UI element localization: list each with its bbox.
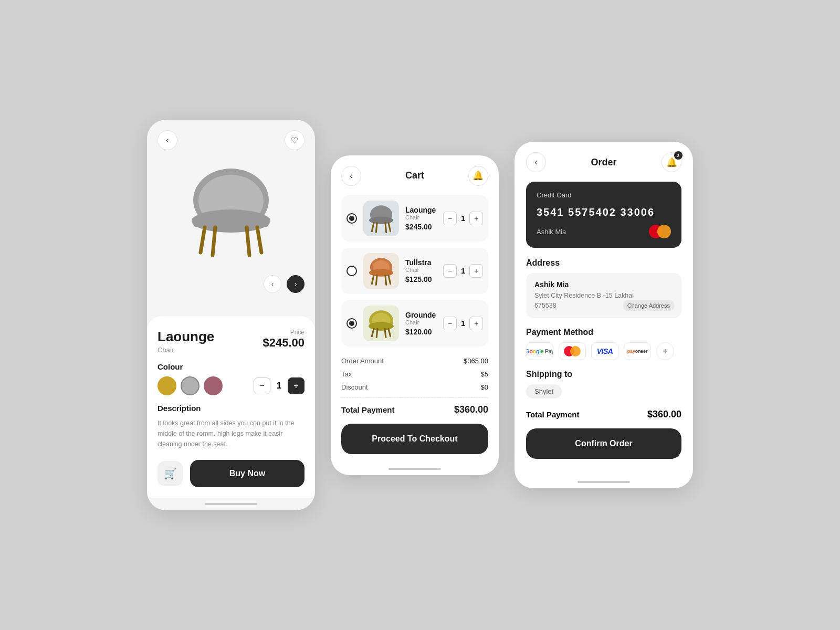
- svg-line-11: [388, 223, 391, 231]
- back-button[interactable]: ‹: [158, 130, 177, 150]
- cart-item-radio-2[interactable]: [346, 266, 357, 276]
- svg-line-7: [247, 227, 249, 255]
- cart-item-increase-2[interactable]: +: [469, 264, 483, 278]
- cart-item-increase-3[interactable]: +: [469, 317, 483, 330]
- cart-item-name-1: Laounge: [405, 206, 437, 214]
- colour-rose[interactable]: [204, 376, 223, 395]
- cart-notification-button[interactable]: 🔔: [468, 166, 488, 186]
- order-amount-label: Order Amount: [341, 357, 384, 365]
- svg-point-9: [369, 216, 393, 224]
- wishlist-button[interactable]: ♡: [285, 130, 304, 150]
- cart-item-thumb-1: [363, 201, 399, 236]
- cart-item-thumb-3: [363, 306, 399, 341]
- qty-decrease[interactable]: −: [254, 377, 270, 394]
- cart-back-button[interactable]: ‹: [341, 166, 361, 186]
- address-line1: Sylet City Residence B -15 Lakhai: [534, 291, 673, 301]
- tax-value: $5: [481, 370, 488, 378]
- qty-value: 1: [277, 381, 281, 391]
- cart-item-type-2: Chair: [405, 267, 437, 273]
- order-total-row: Total Payment $360.00: [526, 409, 681, 420]
- prev-arrow[interactable]: ‹: [264, 275, 281, 293]
- add-to-cart-button[interactable]: 🛒: [158, 461, 183, 486]
- order-screen: ‹ Order 🔔 2 Credit Card 3541 5575402 330…: [514, 142, 693, 488]
- cart-item-info-2: Tullstra Chair $125.00: [405, 258, 437, 284]
- notification-button[interactable]: 🔔 2: [662, 152, 681, 172]
- cart-chair-1: [365, 203, 397, 234]
- card-type: Credit Card: [537, 191, 671, 199]
- cart-item-qty-val-1: 1: [461, 214, 465, 223]
- credit-card: Credit Card 3541 5575402 33006 Ashik Mia: [526, 182, 681, 248]
- product-type: Chair: [158, 346, 214, 354]
- mastercard-method[interactable]: [559, 342, 586, 360]
- payment-methods: Google Pay VISA payoneer +: [526, 342, 681, 360]
- cart-title: Cart: [405, 170, 424, 181]
- cart-total-value: $360.00: [454, 404, 488, 415]
- cart-summary: Order Amount $365.00 Tax $5 Discount $0 …: [341, 346, 488, 424]
- home-indicator: [147, 498, 315, 510]
- price-value: $245.00: [262, 336, 304, 350]
- checkout-button[interactable]: Proceed To Checkout: [341, 424, 488, 454]
- chair-illustration-1: [178, 163, 284, 263]
- cart-item-name-3: Grounde: [405, 311, 437, 319]
- cart-item-price-3: $120.00: [405, 328, 437, 336]
- order-header: ‹ Order 🔔 2: [526, 152, 681, 172]
- cart-item-type-3: Chair: [405, 319, 437, 326]
- cart-chair-2: [365, 255, 397, 287]
- home-indicator-2: [331, 463, 499, 475]
- payoneer-method[interactable]: payoneer: [624, 342, 651, 360]
- svg-point-16: [369, 269, 393, 276]
- colour-options: [158, 376, 223, 395]
- cart-item-qty-val-3: 1: [461, 319, 465, 328]
- cart-item-decrease-2[interactable]: −: [443, 264, 457, 278]
- change-address-button[interactable]: Change Address: [623, 300, 674, 311]
- cart-item-increase-1[interactable]: +: [469, 212, 483, 225]
- cart-item-decrease-1[interactable]: −: [443, 212, 457, 225]
- product-info-section: Laounge Chair Price $245.00 Colour: [147, 316, 315, 498]
- shipping-tags: Shylet: [526, 384, 681, 398]
- cart-item-qty-2: − 1 +: [443, 264, 483, 278]
- gpay-method[interactable]: Google Pay: [526, 342, 553, 360]
- cart-item-type-1: Chair: [405, 214, 437, 220]
- cart-item-radio-3[interactable]: [346, 318, 357, 329]
- card-number: 3541 5575402 33006: [537, 206, 671, 218]
- address-section-title: Address: [526, 258, 681, 268]
- order-total-value: $360.00: [647, 409, 681, 420]
- cart-screen: ‹ Cart 🔔: [331, 155, 499, 475]
- cart-item-price-2: $125.00: [405, 275, 437, 284]
- colour-gold[interactable]: [158, 376, 176, 395]
- qty-increase[interactable]: +: [288, 377, 304, 394]
- colour-gray[interactable]: [181, 376, 200, 395]
- order-total-label: Total Payment: [526, 410, 579, 419]
- cart-chair-3: [365, 308, 397, 339]
- cart-item-qty-1: − 1 +: [443, 212, 483, 225]
- svg-line-13: [385, 223, 386, 232]
- home-indicator-3: [514, 476, 693, 488]
- svg-line-6: [213, 227, 215, 255]
- svg-line-4: [201, 227, 205, 253]
- product-detail-screen: ‹ ♡ ‹: [147, 120, 315, 510]
- visa-method[interactable]: VISA: [591, 342, 618, 360]
- discount-value: $0: [481, 383, 488, 391]
- cart-item-radio-1[interactable]: [346, 213, 357, 224]
- address-box: Ashik Mia Sylet City Residence B -15 Lak…: [526, 273, 681, 318]
- product-name: Laounge: [158, 329, 214, 345]
- cart-item-price-1: $245.00: [405, 223, 437, 231]
- svg-line-20: [385, 275, 386, 285]
- cart-item-decrease-3[interactable]: −: [443, 317, 457, 330]
- product-image: [158, 155, 304, 271]
- next-arrow[interactable]: ›: [287, 275, 304, 293]
- order-back-button[interactable]: ‹: [526, 152, 546, 172]
- cart-items-list: Laounge Chair $245.00 − 1 +: [341, 195, 488, 346]
- notification-badge: 2: [674, 151, 682, 160]
- shipping-location[interactable]: Shylet: [526, 384, 562, 398]
- cart-item-info-1: Laounge Chair $245.00: [405, 206, 437, 231]
- svg-line-5: [257, 227, 261, 253]
- discount-label: Discount: [341, 383, 368, 391]
- svg-line-24: [372, 329, 374, 336]
- svg-line-27: [385, 329, 386, 337]
- svg-line-25: [388, 329, 391, 336]
- buy-now-button[interactable]: Buy Now: [190, 460, 304, 487]
- cart-item-info-3: Grounde Chair $120.00: [405, 311, 437, 336]
- confirm-order-button[interactable]: Confirm Order: [526, 428, 681, 459]
- more-payment-button[interactable]: +: [656, 342, 674, 360]
